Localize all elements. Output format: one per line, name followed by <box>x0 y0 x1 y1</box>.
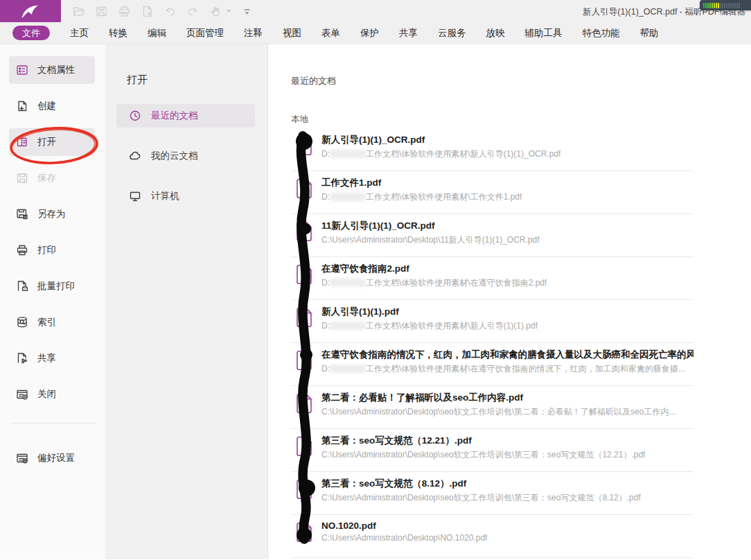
pdf-file-icon <box>296 307 312 328</box>
backstage-sidebar: 文档属性 创建 打开 保存 另存为 打印 <box>0 44 105 559</box>
menu-item-file[interactable]: 文件 <box>12 26 50 40</box>
sidebar-item-label: 索引 <box>37 316 56 329</box>
menu-item-page-management[interactable]: 页面管理 <box>186 27 224 40</box>
recent-file-row[interactable]: 在遵守饮食指南的情况下，红肉，加工肉和家禽的膳食摄入量以及大肠癌和全因死亡率的风… <box>291 343 693 386</box>
menu-item-share[interactable]: 共享 <box>399 27 418 40</box>
sidebar-item-label: 另存为 <box>37 208 66 220</box>
file-name: 新人引导(1)(1)_OCR.pdf <box>321 134 560 146</box>
share-document-icon <box>15 351 29 365</box>
sidebar-item-label: 批量打印 <box>37 280 75 292</box>
menu-item-comment[interactable]: 注释 <box>244 27 263 40</box>
customize-toolbar-icon[interactable] <box>240 4 254 18</box>
open-panel-title: 打开 <box>127 73 267 87</box>
open-panel-item-recent-documents[interactable]: 最近的文档 <box>116 104 255 128</box>
undo-icon[interactable] <box>163 4 177 18</box>
open-panel-item-computer[interactable]: 计算机 <box>116 184 255 208</box>
sidebar-item-create[interactable]: 创建 <box>9 92 95 120</box>
open-document-icon <box>15 135 29 149</box>
recent-file-row[interactable]: NO.1020.pdf C:\Users\Administrator\Deskt… <box>291 515 693 558</box>
pdf-file-icon <box>296 522 312 543</box>
recent-documents-pane: 最近的文档 本地 新人引导(1)(1)_OCR.pdf D:工作文档\体验软件使… <box>268 44 751 559</box>
open-panel-item-my-cloud-documents[interactable]: 我的云文档 <box>116 144 255 168</box>
computer-icon <box>128 189 142 203</box>
sidebar-item-open[interactable]: 打开 <box>9 128 95 156</box>
sidebar-item-batch-print[interactable]: 批量打印 <box>9 272 95 300</box>
recent-documents-title: 最近的文档 <box>291 75 751 87</box>
file-path: D:工作文档\体验软件使用素材\在遵守饮食指南2.pdf <box>321 277 547 289</box>
audio-level-meter <box>700 0 751 10</box>
sidebar-item-index[interactable]: 索引 <box>9 308 95 336</box>
recent-file-row[interactable]: 11新人引导(1)(1)_OCR.pdf C:\Users\Administra… <box>291 214 693 257</box>
recent-file-list: 新人引导(1)(1)_OCR.pdf D:工作文档\体验软件使用素材\新人引导(… <box>291 128 693 558</box>
menu-item-view[interactable]: 视图 <box>283 27 301 40</box>
sidebar-item-label: 偏好设置 <box>37 452 75 464</box>
recent-file-row[interactable]: 新人引导(1)(1).pdf D:工作文档\体验软件使用素材\新人引导(1)(1… <box>291 300 693 343</box>
menu-item-convert[interactable]: 转换 <box>109 27 127 40</box>
menu-item-help[interactable]: 帮助 <box>640 27 659 40</box>
create-document-icon <box>15 99 29 113</box>
sidebar-item-preferences[interactable]: 偏好设置 <box>9 444 95 472</box>
recent-file-row[interactable]: 新人引导(1)(1)_OCR.pdf D:工作文档\体验软件使用素材\新人引导(… <box>291 128 693 171</box>
sidebar-item-label: 打印 <box>37 244 56 256</box>
new-document-icon[interactable] <box>140 4 154 18</box>
print-icon[interactable] <box>117 4 131 18</box>
open-panel-item-label: 最近的文档 <box>151 110 198 122</box>
foxit-logo <box>0 0 61 22</box>
sidebar-item-close[interactable]: 关闭 <box>9 380 95 408</box>
recent-file-row[interactable]: 第三看：seo写文规范（8.12）.pdf C:\Users\Administr… <box>291 472 693 515</box>
redo-icon[interactable] <box>186 4 200 18</box>
sidebar-item-save: 保存 <box>9 164 95 192</box>
sidebar-item-label: 创建 <box>37 100 56 112</box>
menu-item-protect[interactable]: 保护 <box>360 27 379 40</box>
redacted-path-segment <box>330 365 366 373</box>
menu-item-features[interactable]: 特色功能 <box>583 27 620 40</box>
redacted-path-segment <box>330 322 366 330</box>
file-texts: 在遵守饮食指南的情况下，红肉，加工肉和家禽的膳食摄入量以及大肠癌和全因死亡率的风… <box>321 343 693 375</box>
hand-tool-dropdown-caret[interactable] <box>227 10 231 12</box>
sidebar-item-save-as[interactable]: 另存为 <box>9 200 95 228</box>
file-path: D:工作文档\体验软件使用素材\新人引导(1)(1).pdf <box>321 320 538 332</box>
redacted-path-segment <box>330 193 366 201</box>
pdf-file-icon <box>296 135 312 156</box>
recent-file-row[interactable]: 工作文件1.pdf D:工作文档\体验软件使用素材\工作文件1.pdf <box>291 171 693 214</box>
sidebar-item-label: 关闭 <box>37 388 56 401</box>
pdf-file-icon <box>296 479 312 500</box>
pdf-file-icon <box>296 264 312 285</box>
file-texts: 工作文件1.pdf D:工作文档\体验软件使用素材\工作文件1.pdf <box>321 171 522 203</box>
menu-item-home[interactable]: 主页 <box>70 27 89 40</box>
file-name: 在遵守饮食指南2.pdf <box>321 263 547 275</box>
pdf-file-icon <box>296 393 312 414</box>
file-name: 第二看：必看贴！了解福昕以及seo工作内容.pdf <box>321 392 675 404</box>
title-bar: 新人引导(1)(1)_OCR.pdf - 福昕PDF编辑器 <box>0 0 751 22</box>
save-icon[interactable] <box>94 4 108 18</box>
file-path: D:工作文档\体验软件使用素材\工作文件1.pdf <box>321 191 522 203</box>
save-as-icon <box>15 207 29 221</box>
redacted-path-segment <box>330 150 366 158</box>
menu-item-slideshow[interactable]: 放映 <box>486 27 505 40</box>
cloud-icon <box>128 149 142 163</box>
file-path: D:工作文档\体验软件使用素材\在遵守饮食指南的情况下，红肉，加工肉和家禽的膳食… <box>321 363 693 375</box>
file-texts: 第三看：seo写文规范（12.21）.pdf C:\Users\Administ… <box>321 429 645 461</box>
file-texts: NO.1020.pdf C:\Users\Administrator\Deskt… <box>321 515 487 543</box>
sidebar-item-print[interactable]: 打印 <box>9 236 95 264</box>
sidebar-item-share[interactable]: 共享 <box>9 344 95 372</box>
recent-file-row[interactable]: 第三看：seo写文规范（12.21）.pdf C:\Users\Administ… <box>291 429 693 472</box>
file-texts: 11新人引导(1)(1)_OCR.pdf C:\Users\Administra… <box>321 214 540 246</box>
file-name: 第三看：seo写文规范（12.21）.pdf <box>321 435 645 447</box>
menu-item-cloud[interactable]: 云服务 <box>438 27 466 40</box>
pdf-file-icon <box>296 436 312 457</box>
open-panel-item-label: 我的云文档 <box>151 150 198 162</box>
pdf-file-icon <box>296 350 312 371</box>
recent-file-row[interactable]: 在遵守饮食指南2.pdf D:工作文档\体验软件使用素材\在遵守饮食指南2.pd… <box>291 257 693 300</box>
print-icon <box>15 243 29 257</box>
sidebar-item-document-properties[interactable]: 文档属性 <box>9 56 95 84</box>
menu-item-edit[interactable]: 编辑 <box>148 27 166 40</box>
recent-file-row[interactable]: 第二看：必看贴！了解福昕以及seo工作内容.pdf C:\Users\Admin… <box>291 386 693 429</box>
menu-item-form[interactable]: 表单 <box>321 27 340 40</box>
sidebar-item-label: 文档属性 <box>37 64 75 76</box>
index-database-icon <box>15 315 29 329</box>
menu-item-accessibility[interactable]: 辅助工具 <box>525 27 563 40</box>
quill-icon <box>17 3 44 19</box>
open-folder-icon[interactable] <box>71 4 85 18</box>
hand-tool-icon[interactable] <box>209 4 222 18</box>
